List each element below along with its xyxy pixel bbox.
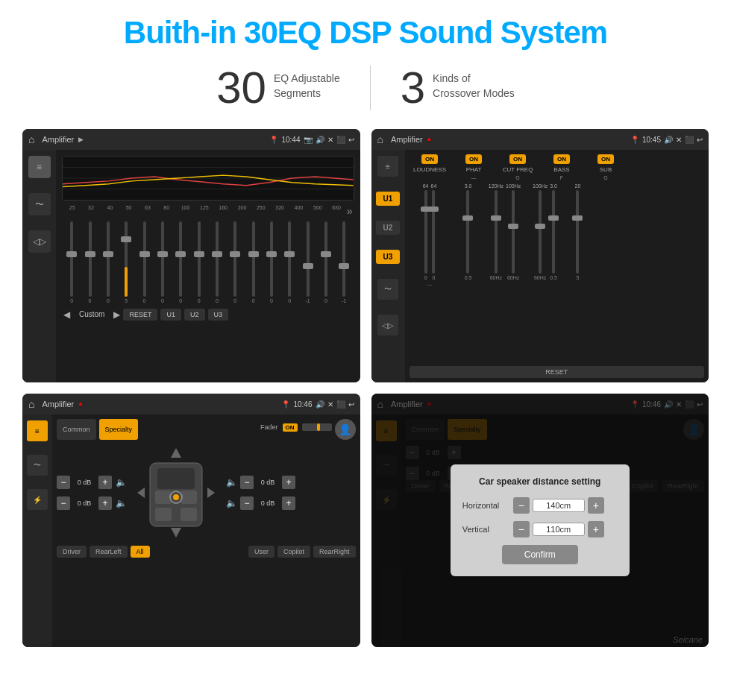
reset-btn[interactable]: RESET [123,309,157,321]
eq-icon[interactable]: ≡ [28,156,51,178]
vertical-minus[interactable]: − [513,521,530,537]
vol-icon[interactable]: ◁▷ [28,230,51,253]
record-icon-2: ● [427,136,431,143]
screen3-body: ≡ 〜 ⚡ Common Specialty Fader ON [22,414,360,647]
eq-track-2[interactable] [107,221,110,297]
phat-track-bar[interactable] [466,190,469,274]
screens-grid: ⌂ Amplifier ▶ 📍 10:44 📷 🔊 ✕ ⬛ ↩ ≡ 〜 [22,129,709,647]
eq-track-10[interactable] [252,221,255,297]
minus-tr[interactable]: − [240,476,254,489]
u1-left[interactable]: U1 [376,192,400,206]
u2-left[interactable]: U2 [376,221,400,235]
next-icon[interactable]: ▶ [113,309,120,320]
wave-icon[interactable]: 〜 [28,193,51,215]
close-icon-2[interactable]: ✕ [676,136,682,144]
sub-bar[interactable] [576,190,579,274]
close-icon-1[interactable]: ✕ [327,136,333,144]
eq-slider-1: 0 [81,221,98,303]
cutfreq-track-1: 120Hz 60Hz [489,183,503,280]
bass-bar-2[interactable] [552,190,555,274]
bt-icon-3[interactable]: ⚡ [27,489,48,510]
vol-row-tl: − 0 dB + 🔈 [57,476,127,489]
vertical-label: Vertical [462,525,507,534]
eq-track-6[interactable] [179,221,182,297]
svg-marker-13 [137,488,145,498]
plus-tr[interactable]: + [282,476,295,489]
plus-br[interactable]: + [282,496,295,510]
horizontal-minus[interactable]: − [513,497,530,514]
eq-track-7[interactable] [198,221,201,297]
eq-track-1[interactable] [89,221,92,297]
common-btn[interactable]: Common [57,419,96,440]
speaker-icon-tr: 🔈 [225,476,237,488]
plus-tl[interactable]: + [98,476,112,489]
confirm-button[interactable]: Confirm [502,545,578,564]
home-icon-1[interactable]: ⌂ [28,133,34,145]
wave-icon-2[interactable]: 〜 [377,279,398,300]
rear-right-btn[interactable]: RearRight [313,546,356,558]
location-icon-2: 📍 [630,136,639,144]
freq-200: 200 [233,205,251,217]
specialty-btn[interactable]: Specialty [99,419,139,440]
expand-icon[interactable]: » [347,205,353,217]
rear-left-btn[interactable]: RearLeft [90,546,128,558]
bass-tracks: 100Hz 60Hz 3.0 [533,183,557,280]
minus-br[interactable]: − [240,496,254,510]
horizontal-plus[interactable]: + [588,497,604,514]
plus-bl[interactable]: + [98,496,112,510]
phat-on: ON [465,154,482,164]
fader-label: Fader [260,423,278,431]
eq-track-11[interactable] [270,221,273,297]
back-icon-1[interactable]: ↩ [348,136,354,144]
loud-track-bar-1[interactable] [424,190,427,274]
crossover-reset-btn[interactable]: RESET [410,366,705,378]
stat-eq: 30 EQ Adjustable Segments [186,66,369,110]
back-icon-3[interactable]: ↩ [348,400,354,409]
eq-track-12[interactable] [288,221,291,297]
home-icon-2[interactable]: ⌂ [377,133,383,145]
cutfreq-on: ON [509,154,526,164]
eq-track-0[interactable] [70,221,73,297]
svg-rect-6 [157,468,195,489]
dialog-overlay: Car speaker distance setting Horizontal … [371,394,709,647]
eq-track-3[interactable] [125,221,128,297]
vol-row-bl: − 0 dB + 🔈 [57,496,127,510]
loud-track-1: 64 0 [423,183,429,280]
back-icon-2[interactable]: ↩ [697,136,703,144]
eq-track-15[interactable] [342,221,345,297]
freq-100: 100 [177,205,194,217]
eq-icon-2[interactable]: ≡ [377,156,398,177]
user-btn[interactable]: User [248,546,274,558]
u2-btn[interactable]: U2 [184,309,205,321]
bass-bar-1[interactable] [539,190,542,274]
minus-bl[interactable]: − [57,496,70,510]
vertical-plus[interactable]: + [588,521,604,537]
eq-slider-2: 0 [100,221,116,303]
cutfreq-bar-2[interactable] [512,190,515,274]
eq-track-8[interactable] [216,221,219,297]
minus-tl[interactable]: − [57,476,70,489]
fader-slider[interactable] [302,423,332,431]
driver-btn[interactable]: Driver [57,546,87,558]
cutfreq-bar-1[interactable] [495,190,498,274]
u3-btn[interactable]: U3 [208,309,229,321]
eq-track-14[interactable] [324,221,327,297]
eq-track-9[interactable] [233,221,236,297]
u1-btn[interactable]: U1 [160,309,181,321]
sub-col: ON SUB G [586,154,627,180]
vol-icon-left-2[interactable]: ◁▷ [377,315,398,335]
screen-icon-1: ⬛ [336,136,345,144]
wave-icon-3[interactable]: 〜 [27,455,48,476]
eq-icon-3[interactable]: ≡ [27,420,48,441]
loud-track-bar-2[interactable] [432,190,435,274]
home-icon-3[interactable]: ⌂ [28,398,34,410]
eq-track-13[interactable] [307,221,310,297]
u3-left[interactable]: U3 [376,250,400,264]
stats-row: 30 EQ Adjustable Segments 3 Kinds of Cro… [142,66,589,110]
eq-track-5[interactable] [161,221,164,297]
close-icon-3[interactable]: ✕ [327,400,333,409]
eq-track-4[interactable] [143,221,146,297]
copilot-btn[interactable]: Copilot [277,546,310,558]
prev-icon[interactable]: ◀ [63,309,70,320]
all-btn[interactable]: All [131,546,150,558]
